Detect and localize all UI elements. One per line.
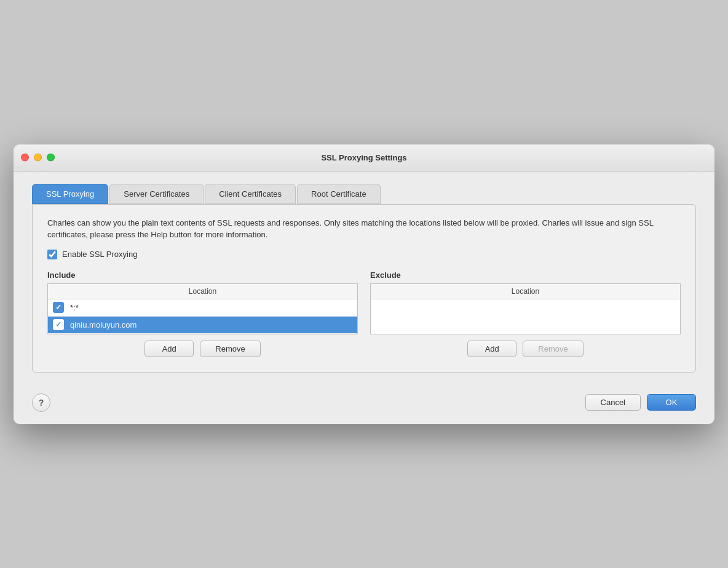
tables-area: Include Location ✓ *:*: [47, 270, 681, 357]
include-section-label: Include: [47, 270, 358, 280]
footer-buttons: Cancel OK: [585, 394, 696, 411]
exclude-button-row: Add Remove: [370, 341, 681, 357]
maximize-button[interactable]: [47, 154, 55, 162]
exclude-section: Exclude Location Add Remove: [370, 270, 681, 357]
exclude-add-button[interactable]: Add: [467, 341, 516, 357]
checkmark-icon: ✓: [55, 304, 61, 311]
tab-client-certificates[interactable]: Client Certificates: [205, 184, 296, 204]
footer: ? Cancel OK: [14, 385, 714, 424]
traffic-lights: [21, 154, 55, 162]
window-title: SSL Proxying Settings: [321, 153, 406, 162]
tab-bar: SSL Proxying Server Certificates Client …: [32, 184, 696, 204]
include-section: Include Location ✓ *:*: [47, 270, 358, 357]
include-table-header: Location: [48, 284, 357, 299]
table-row[interactable]: ✓ qiniu.moluyun.com: [48, 317, 357, 334]
exclude-section-label: Exclude: [370, 270, 681, 280]
row-text-1: *:*: [70, 303, 352, 312]
description-text: Charles can show you the plain text cont…: [47, 217, 681, 241]
enable-ssl-row: Enable SSL Proxying: [47, 250, 681, 259]
exclude-location-header: Location: [376, 287, 675, 296]
include-table: Location ✓ *:*: [47, 283, 358, 334]
help-button[interactable]: ?: [32, 393, 50, 412]
cancel-button[interactable]: Cancel: [585, 394, 641, 411]
exclude-table-header: Location: [371, 284, 680, 299]
include-remove-button[interactable]: Remove: [200, 341, 260, 357]
close-button[interactable]: [21, 154, 29, 162]
table-row[interactable]: ✓ *:*: [48, 299, 357, 317]
main-window: SSL Proxying Settings SSL Proxying Serve…: [14, 144, 714, 424]
include-add-button[interactable]: Add: [144, 341, 194, 357]
include-button-row: Add Remove: [47, 341, 358, 357]
content-area: SSL Proxying Server Certificates Client …: [14, 172, 714, 385]
ok-button[interactable]: OK: [647, 394, 696, 411]
include-location-header: Location: [53, 287, 352, 296]
tab-ssl-proxying[interactable]: SSL Proxying: [32, 184, 108, 204]
exclude-table: Location: [370, 283, 681, 334]
tab-server-certificates[interactable]: Server Certificates: [109, 184, 204, 204]
exclude-remove-button[interactable]: Remove: [523, 341, 583, 357]
tab-root-certificate[interactable]: Root Certificate: [297, 184, 381, 204]
ssl-proxying-panel: Charles can show you the plain text cont…: [32, 204, 696, 373]
row-checkbox-1[interactable]: ✓: [53, 302, 64, 313]
checkmark-icon: ✓: [55, 321, 61, 328]
include-table-body: ✓ *:* ✓ qiniu.moluyun.com: [48, 299, 357, 334]
row-checkbox-2[interactable]: ✓: [53, 319, 64, 330]
exclude-table-body: [371, 299, 680, 334]
row-text-2: qiniu.moluyun.com: [70, 320, 352, 329]
titlebar: SSL Proxying Settings: [14, 144, 714, 172]
enable-ssl-label: Enable SSL Proxying: [62, 250, 137, 259]
enable-ssl-checkbox[interactable]: [47, 250, 57, 259]
minimize-button[interactable]: [34, 154, 42, 162]
